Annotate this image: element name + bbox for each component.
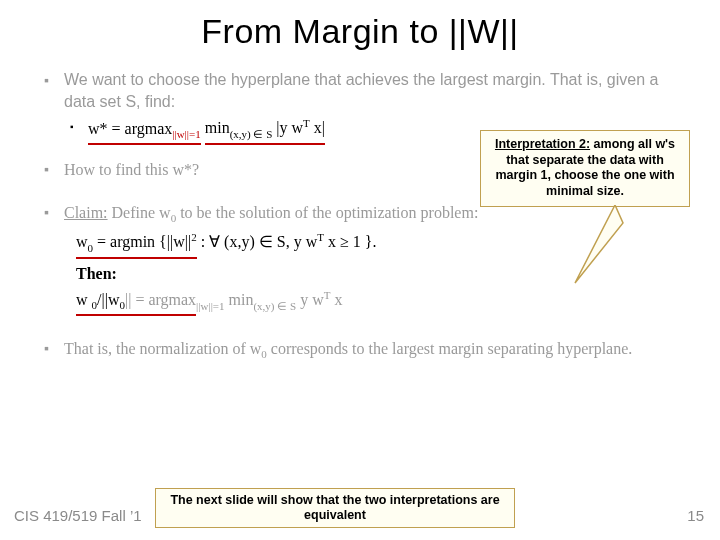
eq1-rhs2: x|	[310, 120, 325, 137]
concl-b: corresponds to the largest margin separa…	[267, 340, 633, 357]
eq2-lhs-a: w	[76, 234, 88, 251]
claim-text-a: Define w	[108, 204, 171, 221]
eq3-underline: w 0/||w0|| = argmax	[76, 289, 196, 316]
eq2-T: T	[317, 231, 324, 243]
eq1-rhs: |y w	[276, 120, 303, 137]
bullet-intro: We want to choose the hyperplane that ac…	[40, 69, 680, 112]
footnote-box: The next slide will show that the two in…	[155, 488, 515, 528]
eq3-cond: ||w||=1	[196, 300, 224, 312]
page-number: 15	[687, 507, 704, 524]
eq1-underline-lhs: w* = argmax||w||=1	[88, 118, 201, 145]
slide: From Margin to ||W|| We want to choose t…	[0, 0, 720, 540]
callout-box: Interpretation 2: among all w's that sep…	[480, 130, 690, 207]
claim-text-b: to be the solution of the optimization p…	[176, 204, 478, 221]
slide-title: From Margin to ||W||	[40, 12, 680, 51]
concl-a: That is, the normalization of w	[64, 340, 261, 357]
eq1-min: min	[205, 120, 230, 137]
eq3-c: || = argmax	[125, 291, 196, 308]
then-text: Then:	[76, 265, 117, 282]
eq2-end: x ≥ 1 }.	[324, 234, 376, 251]
eq3-b: /||w	[97, 291, 119, 308]
svg-marker-0	[575, 205, 623, 283]
eq1-cond: ||w||=1	[172, 128, 200, 140]
eq3-min: min	[229, 291, 254, 308]
eq3-a: w	[76, 291, 92, 308]
eq3-rhs2: x	[330, 291, 342, 308]
eq1-underline-rhs: min(x,y) ∈ S |y wT x|	[205, 116, 325, 144]
footnote-text: The next slide will show that the two in…	[170, 493, 499, 522]
bullet-conclusion: That is, the normalization of w0 corresp…	[40, 338, 680, 362]
eq3-rhs: y w	[296, 291, 324, 308]
footer-left: CIS 419/519 Fall ’1	[14, 507, 142, 524]
eq2-lhs-b: = argmin {||w||	[93, 234, 191, 251]
eq3-mincond: (x,y) ∈ S	[253, 300, 296, 312]
eq1-mincond: (x,y) ∈ S	[230, 128, 273, 140]
eq1-lhs: w* = argmax	[88, 120, 172, 137]
eq2-mid: : ∀ (x,y) ∈ S, y w	[197, 234, 318, 251]
claim-label: Claim:	[64, 204, 108, 221]
eq1-T: T	[303, 117, 310, 129]
eq2-underline: w0 = argmin {||w||2	[76, 230, 197, 258]
callout-label: Interpretation 2:	[495, 137, 590, 151]
